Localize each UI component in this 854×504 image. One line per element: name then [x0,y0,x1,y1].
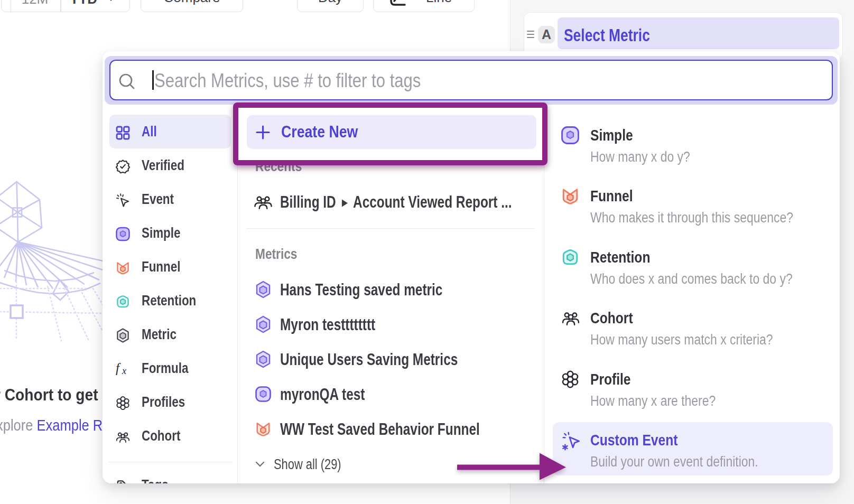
svg-text:x: x [122,366,126,376]
svg-text:f: f [116,361,121,375]
